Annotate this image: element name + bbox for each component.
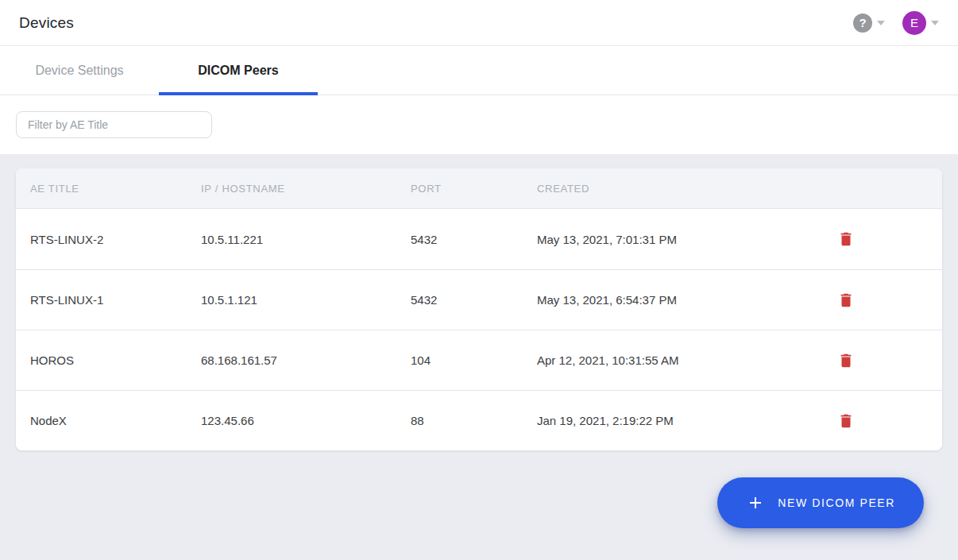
column-header-created: CREATED bbox=[537, 183, 815, 195]
cell-port: 88 bbox=[411, 414, 537, 427]
cell-created: May 13, 2021, 6:54:37 PM bbox=[537, 293, 815, 307]
fab-label: NEW DICOM PEER bbox=[778, 496, 895, 509]
trash-icon bbox=[837, 230, 855, 249]
cell-port: 5432 bbox=[411, 293, 537, 307]
table-row: RTS-LINUX-2 10.5.11.221 5432 May 13, 202… bbox=[16, 209, 942, 269]
delete-peer-button[interactable] bbox=[836, 350, 856, 372]
cell-ip: 10.5.1.121 bbox=[201, 293, 411, 307]
tab-dicom-peers[interactable]: DICOM Peers bbox=[159, 46, 318, 95]
filter-bar bbox=[0, 95, 958, 154]
header-actions: ? E bbox=[853, 11, 939, 35]
chevron-down-icon bbox=[931, 21, 939, 25]
cell-created: May 13, 2021, 7:01:31 PM bbox=[537, 233, 815, 246]
table-header-row: AE TITLE IP / HOSTNAME PORT CREATED bbox=[16, 168, 942, 209]
table-row: NodeX 123.45.66 88 Jan 19, 2021, 2:19:22… bbox=[16, 390, 942, 450]
delete-peer-button[interactable] bbox=[836, 410, 856, 432]
trash-icon bbox=[837, 411, 855, 431]
cell-created: Jan 19, 2021, 2:19:22 PM bbox=[537, 414, 815, 427]
table-row: HOROS 68.168.161.57 104 Apr 12, 2021, 10… bbox=[16, 330, 942, 390]
tab-label: DICOM Peers bbox=[198, 64, 278, 78]
cell-ae-title: NodeX bbox=[30, 414, 201, 427]
cell-ip: 123.45.66 bbox=[201, 414, 411, 427]
cell-ip: 10.5.11.221 bbox=[201, 233, 411, 246]
column-header-port: PORT bbox=[411, 183, 537, 195]
avatar[interactable]: E bbox=[902, 11, 926, 35]
chevron-down-icon bbox=[877, 21, 885, 25]
help-menu[interactable]: ? bbox=[853, 14, 885, 33]
column-header-ae-title: AE TITLE bbox=[30, 183, 201, 195]
table-row: RTS-LINUX-1 10.5.1.121 5432 May 13, 2021… bbox=[16, 269, 942, 330]
cell-created: Apr 12, 2021, 10:31:55 AM bbox=[537, 353, 815, 367]
devices-page: Devices ? E Device Settings DICOM Peers bbox=[0, 0, 958, 560]
delete-peer-button[interactable] bbox=[836, 289, 856, 311]
tab-device-settings[interactable]: Device Settings bbox=[0, 46, 159, 95]
dicom-peers-table: AE TITLE IP / HOSTNAME PORT CREATED RTS-… bbox=[16, 168, 942, 450]
page-title: Devices bbox=[19, 14, 74, 32]
ae-title-filter-input[interactable] bbox=[16, 111, 212, 138]
delete-peer-button[interactable] bbox=[836, 228, 856, 250]
app-header: Devices ? E bbox=[0, 0, 958, 46]
tab-label: Device Settings bbox=[35, 64, 123, 78]
account-menu[interactable]: E bbox=[902, 11, 939, 35]
tab-bar: Device Settings DICOM Peers bbox=[0, 46, 958, 95]
cell-ae-title: RTS-LINUX-2 bbox=[30, 233, 201, 246]
column-header-ip-hostname: IP / HOSTNAME bbox=[201, 183, 411, 195]
cell-ae-title: HOROS bbox=[30, 353, 201, 367]
cell-port: 5432 bbox=[411, 233, 537, 246]
cell-ip: 68.168.161.57 bbox=[201, 353, 411, 367]
trash-icon bbox=[837, 351, 855, 370]
cell-port: 104 bbox=[411, 353, 537, 367]
active-tab-indicator bbox=[159, 92, 318, 95]
cell-ae-title: RTS-LINUX-1 bbox=[30, 293, 201, 307]
new-dicom-peer-button[interactable]: NEW DICOM PEER bbox=[717, 477, 924, 528]
trash-icon bbox=[837, 291, 855, 310]
help-icon[interactable]: ? bbox=[853, 14, 872, 33]
plus-icon bbox=[746, 493, 765, 512]
